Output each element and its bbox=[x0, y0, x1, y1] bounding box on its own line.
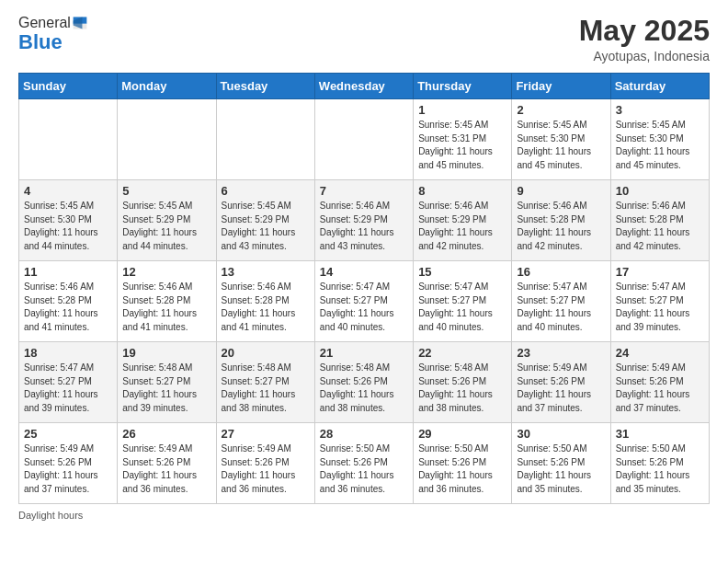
day-number: 26 bbox=[122, 427, 211, 441]
day-number: 18 bbox=[24, 346, 113, 360]
day-number: 6 bbox=[222, 184, 311, 198]
day-info: Sunrise: 5:50 AMSunset: 5:26 PMDaylight:… bbox=[320, 442, 409, 496]
logo: General Blue bbox=[18, 15, 88, 53]
day-info: Sunrise: 5:48 AMSunset: 5:26 PMDaylight:… bbox=[320, 362, 409, 415]
day-number: 15 bbox=[418, 265, 507, 279]
day-number: 7 bbox=[320, 184, 409, 198]
calendar-cell: 5Sunrise: 5:45 AMSunset: 5:29 PMDaylight… bbox=[118, 180, 216, 261]
day-info: Sunrise: 5:46 AMSunset: 5:29 PMDaylight:… bbox=[320, 200, 409, 253]
header-day-saturday: Saturday bbox=[610, 74, 709, 99]
day-info: Sunrise: 5:46 AMSunset: 5:28 PMDaylight:… bbox=[222, 281, 311, 334]
calendar-header: SundayMondayTuesdayWednesdayThursdayFrid… bbox=[19, 74, 710, 99]
day-number: 27 bbox=[222, 427, 311, 441]
day-info: Sunrise: 5:45 AMSunset: 5:30 PMDaylight:… bbox=[24, 200, 113, 253]
calendar-cell: 25Sunrise: 5:49 AMSunset: 5:26 PMDayligh… bbox=[19, 423, 118, 504]
calendar-cell: 12Sunrise: 5:46 AMSunset: 5:28 PMDayligh… bbox=[118, 261, 216, 342]
day-info: Sunrise: 5:48 AMSunset: 5:27 PMDaylight:… bbox=[222, 362, 311, 415]
day-number: 28 bbox=[320, 427, 409, 441]
header-day-thursday: Thursday bbox=[414, 74, 512, 99]
day-number: 16 bbox=[517, 265, 606, 279]
day-number: 13 bbox=[222, 265, 311, 279]
calendar-cell: 17Sunrise: 5:47 AMSunset: 5:27 PMDayligh… bbox=[610, 261, 709, 342]
day-number: 20 bbox=[222, 346, 311, 360]
header-row: SundayMondayTuesdayWednesdayThursdayFrid… bbox=[19, 74, 710, 99]
day-info: Sunrise: 5:50 AMSunset: 5:26 PMDaylight:… bbox=[418, 442, 507, 496]
calendar-cell: 2Sunrise: 5:45 AMSunset: 5:30 PMDaylight… bbox=[512, 99, 610, 180]
calendar-cell: 9Sunrise: 5:46 AMSunset: 5:28 PMDaylight… bbox=[512, 180, 610, 261]
day-info: Sunrise: 5:49 AMSunset: 5:26 PMDaylight:… bbox=[122, 442, 211, 496]
day-info: Sunrise: 5:50 AMSunset: 5:26 PMDaylight:… bbox=[616, 442, 705, 496]
calendar-cell: 8Sunrise: 5:46 AMSunset: 5:29 PMDaylight… bbox=[414, 180, 512, 261]
day-info: Sunrise: 5:45 AMSunset: 5:29 PMDaylight:… bbox=[122, 200, 211, 253]
day-number: 3 bbox=[616, 103, 705, 117]
daylight-label: Daylight hours bbox=[18, 510, 83, 521]
day-number: 12 bbox=[122, 265, 211, 279]
day-info: Sunrise: 5:48 AMSunset: 5:26 PMDaylight:… bbox=[418, 362, 507, 415]
day-number: 31 bbox=[616, 427, 705, 441]
calendar-cell: 15Sunrise: 5:47 AMSunset: 5:27 PMDayligh… bbox=[414, 261, 512, 342]
calendar-cell: 29Sunrise: 5:50 AMSunset: 5:26 PMDayligh… bbox=[414, 423, 512, 504]
header: General Blue May 2025 Ayotupas, Indonesi… bbox=[18, 15, 710, 63]
day-number: 17 bbox=[616, 265, 705, 279]
day-info: Sunrise: 5:50 AMSunset: 5:26 PMDaylight:… bbox=[517, 442, 606, 496]
header-day-sunday: Sunday bbox=[19, 74, 118, 99]
day-number: 4 bbox=[24, 184, 113, 198]
day-info: Sunrise: 5:47 AMSunset: 5:27 PMDaylight:… bbox=[418, 281, 507, 334]
day-number: 19 bbox=[122, 346, 211, 360]
day-info: Sunrise: 5:46 AMSunset: 5:28 PMDaylight:… bbox=[517, 200, 606, 253]
footer-note: Daylight hours bbox=[18, 510, 710, 521]
day-info: Sunrise: 5:46 AMSunset: 5:28 PMDaylight:… bbox=[616, 200, 705, 253]
day-number: 2 bbox=[517, 103, 606, 117]
calendar-cell: 3Sunrise: 5:45 AMSunset: 5:30 PMDaylight… bbox=[610, 99, 709, 180]
day-number: 22 bbox=[418, 346, 507, 360]
day-number: 14 bbox=[320, 265, 409, 279]
calendar-cell: 10Sunrise: 5:46 AMSunset: 5:28 PMDayligh… bbox=[610, 180, 709, 261]
calendar-cell: 22Sunrise: 5:48 AMSunset: 5:26 PMDayligh… bbox=[414, 342, 512, 423]
calendar-cell: 28Sunrise: 5:50 AMSunset: 5:26 PMDayligh… bbox=[314, 423, 413, 504]
calendar-table: SundayMondayTuesdayWednesdayThursdayFrid… bbox=[18, 73, 710, 504]
day-number: 30 bbox=[517, 427, 606, 441]
calendar-cell: 31Sunrise: 5:50 AMSunset: 5:26 PMDayligh… bbox=[610, 423, 709, 504]
header-day-friday: Friday bbox=[512, 74, 610, 99]
week-row-3: 11Sunrise: 5:46 AMSunset: 5:28 PMDayligh… bbox=[19, 261, 710, 342]
day-info: Sunrise: 5:47 AMSunset: 5:27 PMDaylight:… bbox=[320, 281, 409, 334]
calendar-cell: 4Sunrise: 5:45 AMSunset: 5:30 PMDaylight… bbox=[19, 180, 118, 261]
day-info: Sunrise: 5:45 AMSunset: 5:30 PMDaylight:… bbox=[616, 119, 705, 172]
day-info: Sunrise: 5:49 AMSunset: 5:26 PMDaylight:… bbox=[517, 362, 606, 415]
calendar-cell: 26Sunrise: 5:49 AMSunset: 5:26 PMDayligh… bbox=[118, 423, 216, 504]
day-number: 1 bbox=[418, 103, 507, 117]
calendar-cell: 23Sunrise: 5:49 AMSunset: 5:26 PMDayligh… bbox=[512, 342, 610, 423]
calendar-cell: 21Sunrise: 5:48 AMSunset: 5:26 PMDayligh… bbox=[314, 342, 413, 423]
calendar-body: 1Sunrise: 5:45 AMSunset: 5:31 PMDaylight… bbox=[19, 99, 710, 504]
calendar-cell bbox=[118, 99, 216, 180]
day-number: 8 bbox=[418, 184, 507, 198]
calendar-cell: 19Sunrise: 5:48 AMSunset: 5:27 PMDayligh… bbox=[118, 342, 216, 423]
day-info: Sunrise: 5:49 AMSunset: 5:26 PMDaylight:… bbox=[24, 442, 113, 496]
header-day-tuesday: Tuesday bbox=[216, 74, 314, 99]
day-info: Sunrise: 5:46 AMSunset: 5:28 PMDaylight:… bbox=[122, 281, 211, 334]
day-number: 23 bbox=[517, 346, 606, 360]
day-info: Sunrise: 5:47 AMSunset: 5:27 PMDaylight:… bbox=[517, 281, 606, 334]
week-row-5: 25Sunrise: 5:49 AMSunset: 5:26 PMDayligh… bbox=[19, 423, 710, 504]
week-row-2: 4Sunrise: 5:45 AMSunset: 5:30 PMDaylight… bbox=[19, 180, 710, 261]
calendar-title: May 2025 bbox=[579, 15, 710, 47]
calendar-cell: 20Sunrise: 5:48 AMSunset: 5:27 PMDayligh… bbox=[216, 342, 314, 423]
calendar-cell: 11Sunrise: 5:46 AMSunset: 5:28 PMDayligh… bbox=[19, 261, 118, 342]
week-row-1: 1Sunrise: 5:45 AMSunset: 5:31 PMDaylight… bbox=[19, 99, 710, 180]
calendar-cell: 16Sunrise: 5:47 AMSunset: 5:27 PMDayligh… bbox=[512, 261, 610, 342]
calendar-cell bbox=[19, 99, 118, 180]
calendar-cell bbox=[216, 99, 314, 180]
calendar-cell: 13Sunrise: 5:46 AMSunset: 5:28 PMDayligh… bbox=[216, 261, 314, 342]
calendar-subtitle: Ayotupas, Indonesia bbox=[579, 49, 710, 63]
calendar-cell: 1Sunrise: 5:45 AMSunset: 5:31 PMDaylight… bbox=[414, 99, 512, 180]
day-number: 11 bbox=[24, 265, 113, 279]
day-number: 21 bbox=[320, 346, 409, 360]
calendar-cell: 24Sunrise: 5:49 AMSunset: 5:26 PMDayligh… bbox=[610, 342, 709, 423]
week-row-4: 18Sunrise: 5:47 AMSunset: 5:27 PMDayligh… bbox=[19, 342, 710, 423]
calendar-cell: 30Sunrise: 5:50 AMSunset: 5:26 PMDayligh… bbox=[512, 423, 610, 504]
day-number: 5 bbox=[122, 184, 211, 198]
header-day-wednesday: Wednesday bbox=[314, 74, 413, 99]
day-info: Sunrise: 5:47 AMSunset: 5:27 PMDaylight:… bbox=[24, 362, 113, 415]
logo-general-text: General bbox=[18, 15, 71, 31]
title-block: May 2025 Ayotupas, Indonesia bbox=[579, 15, 710, 63]
